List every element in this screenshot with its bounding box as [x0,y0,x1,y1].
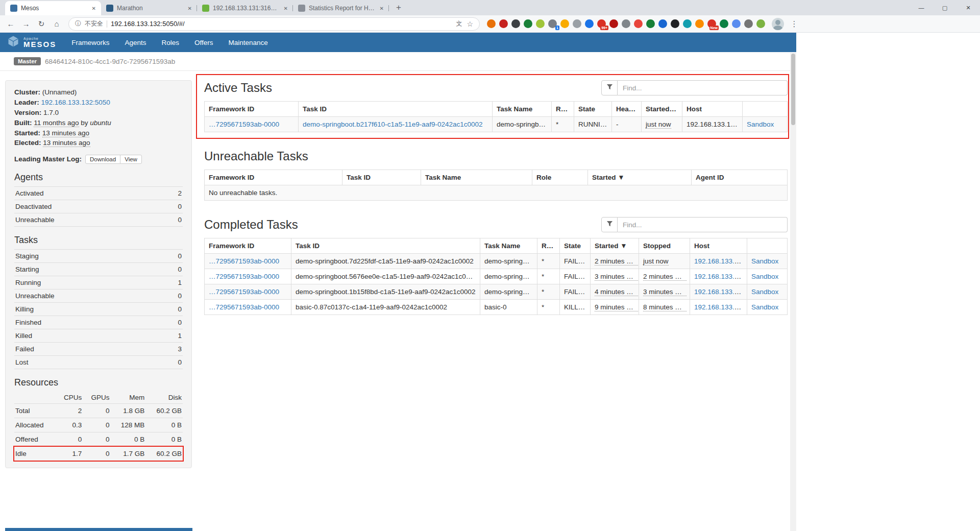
browser-tab-statistics-report-for-haproxy[interactable]: Statistics Report for HAProxy✕ [293,1,389,15]
sandbox-link[interactable]: Sandbox [751,288,778,296]
extension-icon[interactable] [720,19,728,28]
extension-icon[interactable]: New [707,19,716,28]
extension-icon[interactable] [487,19,496,28]
extension-icon[interactable] [585,19,594,28]
address-bar[interactable]: ⓘ 不安全 192.168.133.132:5050/#/ 文 ☆ [68,17,480,31]
framework-id-link[interactable]: …7295671593ab-0000 [209,120,279,128]
column-header-blank[interactable] [747,238,788,254]
host-link[interactable]: 192.168.133.131 [694,257,746,265]
column-header-framework-id[interactable]: Framework ID [205,238,291,254]
column-header-task-name[interactable]: Task Name [421,170,532,185]
forward-icon[interactable]: → [19,19,33,28]
nav-item-offers[interactable]: Offers [194,39,213,46]
sandbox-link[interactable]: Sandbox [751,257,778,265]
extension-icon[interactable] [756,19,765,28]
minimize-button[interactable]: — [910,0,933,15]
extension-icon[interactable] [609,19,618,28]
column-header-started[interactable]: Started ▼ [591,238,639,254]
browser-tab-mesos[interactable]: Mesos✕ [5,1,101,15]
url-text[interactable]: 192.168.133.132:5050/#/ [111,20,452,28]
back-icon[interactable]: ← [4,19,17,28]
task-id-link[interactable]: demo-springboot.b217f610-c1a5-11e9-aaf9-… [303,120,483,128]
framework-id-link[interactable]: …7295671593ab-0000 [209,257,279,265]
extension-icon[interactable] [524,19,532,28]
host-link[interactable]: 192.168.133.130 [694,303,746,311]
extension-icon[interactable] [658,19,667,28]
extension-icon[interactable] [499,19,508,28]
host-link[interactable]: 192.168.133.130 [694,288,746,296]
sandbox-link[interactable]: Sandbox [747,120,774,128]
framework-id-link[interactable]: …7295671593ab-0000 [209,273,279,280]
bookmark-star-icon[interactable]: ☆ [467,20,473,28]
column-header-role[interactable]: Role [552,102,574,117]
column-header-host[interactable]: Host [682,102,743,117]
nav-item-roles[interactable]: Roles [161,39,179,46]
log-download-button[interactable]: Download [85,155,120,164]
maximize-button[interactable]: ▢ [933,0,957,15]
framework-id-link[interactable]: …7295671593ab-0000 [209,303,279,311]
tab-close-icon[interactable]: ✕ [283,5,289,12]
column-header-agent-id[interactable]: Agent ID [692,170,788,185]
browser-tab-marathon[interactable]: Marathon✕ [101,1,197,15]
scrollbar-thumb[interactable] [791,54,795,125]
nav-item-frameworks[interactable]: Frameworks [71,39,109,46]
extension-icon[interactable] [536,19,545,28]
column-header-role[interactable]: Role [537,238,560,254]
browser-tab-192-168-133-131-31657-hello[interactable]: 192.168.133.131:31657/hello✕ [197,1,293,15]
nav-item-agents[interactable]: Agents [125,39,146,46]
column-header-role[interactable]: Role [532,170,588,185]
new-tab-button[interactable]: + [392,1,405,14]
column-header-state[interactable]: State [560,238,591,254]
page-scrollbar[interactable] [790,53,796,531]
column-header-started[interactable]: Started ▼ [642,102,682,117]
column-header-health[interactable]: Health [612,102,642,117]
column-header-host[interactable]: Host [690,238,747,254]
filter-button[interactable] [601,80,618,95]
column-header-started[interactable]: Started ▼ [588,170,692,185]
completed-tasks-find-input[interactable] [618,217,788,232]
extension-icon[interactable] [683,19,692,28]
extension-icon[interactable] [634,19,643,28]
page-info-icon[interactable]: ⓘ [75,19,81,28]
tab-close-icon[interactable]: ✕ [379,5,385,12]
column-header-state[interactable]: State [574,102,612,117]
column-header-task-id[interactable]: Task ID [299,102,493,117]
extension-icon[interactable] [622,19,630,28]
extension-icon[interactable] [511,19,520,28]
extension-icon[interactable]: 1 [548,19,557,28]
extension-icon[interactable] [646,19,655,28]
log-view-button[interactable]: View [120,155,142,164]
extension-icon[interactable] [573,19,581,28]
extension-icon[interactable]: 99+ [597,19,606,28]
tab-close-icon[interactable]: ✕ [187,5,193,12]
extension-icon[interactable] [560,19,569,28]
column-header-task-id[interactable]: Task ID [342,170,421,185]
sandbox-link[interactable]: Sandbox [751,273,778,280]
column-header-task-id[interactable]: Task ID [291,238,480,254]
browser-menu-icon[interactable]: ⋮ [790,19,798,29]
host-link[interactable]: 192.168.133.130 [694,273,746,280]
info-value[interactable]: 192.168.133.132:5050 [41,99,110,106]
home-icon[interactable]: ⌂ [50,19,63,28]
framework-id-link[interactable]: …7295671593ab-0000 [209,288,279,296]
profile-avatar[interactable] [772,18,784,30]
nav-item-maintenance[interactable]: Maintenance [229,39,268,46]
sandbox-link[interactable]: Sandbox [751,303,778,311]
extension-icon[interactable] [732,19,741,28]
extension-icon[interactable] [744,19,753,28]
column-header-task-name[interactable]: Task Name [480,238,537,254]
column-header-blank[interactable] [743,102,788,117]
reload-icon[interactable]: ↻ [35,19,48,29]
column-header-task-name[interactable]: Task Name [493,102,552,117]
column-header-framework-id[interactable]: Framework ID [205,102,299,117]
active-tasks-find-input[interactable] [618,80,788,95]
extension-icon[interactable] [695,19,704,28]
column-header-stopped[interactable]: Stopped [639,238,690,254]
mesos-logo[interactable]: Apache MESOS [7,35,56,50]
extension-icon[interactable] [671,19,679,28]
tab-close-icon[interactable]: ✕ [91,5,97,12]
translate-icon[interactable]: 文 [456,19,462,28]
close-button[interactable]: ✕ [957,0,980,15]
column-header-framework-id[interactable]: Framework ID [205,170,342,185]
filter-button[interactable] [601,217,618,232]
